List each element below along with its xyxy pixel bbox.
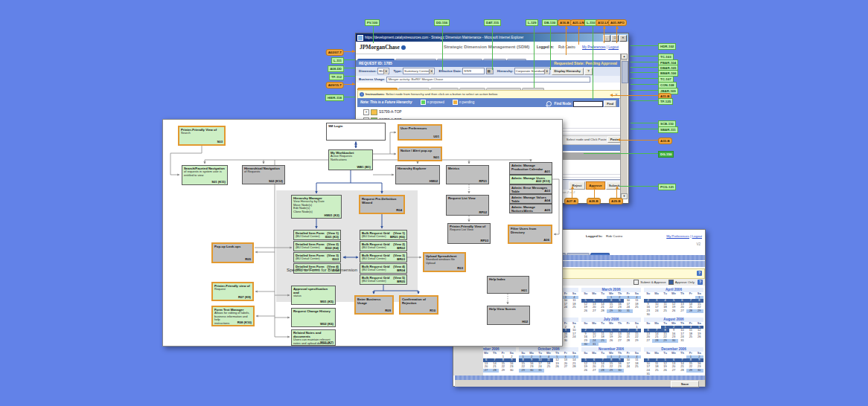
day-cell[interactable]: 29	[633, 339, 641, 343]
day-cell[interactable]: 25	[633, 306, 641, 309]
day-cell[interactable]: 30	[644, 313, 652, 316]
flow-box-login[interactable]: SM Login	[326, 123, 386, 141]
flow-box-a06[interactable]: Filter Users from DirectoryA06	[508, 225, 552, 244]
maximize-button[interactable]: □	[611, 35, 619, 42]
flow-box-h01[interactable]: Help IndexH01	[487, 276, 529, 294]
flow-box-br04[interactable]: Bulk Request Grid(View 4)(BU Detail Cent…	[360, 263, 407, 274]
day-cell[interactable]: 26	[661, 369, 669, 373]
help-button[interactable]: ?	[584, 68, 593, 75]
day-cell[interactable]: 28	[624, 339, 632, 343]
day-cell[interactable]: 25	[599, 339, 607, 343]
day-cell[interactable]: 31	[536, 369, 544, 373]
flow-box-w02[interactable]: Request Change HistoryW02 (K6)	[291, 308, 336, 327]
approve-button[interactable]: Approve	[586, 181, 605, 190]
flow-box-r09[interactable]: Enter Business UsageR09	[354, 295, 394, 315]
day-cell[interactable]: 24	[652, 309, 660, 313]
day-cell[interactable]: 29	[607, 369, 615, 373]
dimension-select[interactable]: BU▼	[377, 68, 389, 74]
type-select[interactable]: Summary Center▼	[403, 68, 435, 74]
day-cell[interactable]: 30	[616, 369, 624, 373]
day-cell[interactable]: 27	[669, 369, 677, 373]
scroll-down-icon[interactable]: ▼	[621, 193, 628, 199]
flow-box-wb1[interactable]: My WorkbasketActive RequestsNotification…	[328, 149, 373, 170]
flow-box-rp03[interactable]: Printer-Friendly View ofRequest List Vie…	[447, 223, 491, 244]
my-preferences-link[interactable]: My Preferences	[666, 234, 689, 238]
day-cell[interactable]: 29	[607, 309, 615, 313]
flow-box-br05[interactable]: Bulk Request Grid(View 5)(BU Detail Cent…	[360, 274, 407, 285]
flow-box-id02[interactable]: Detailed Item Form(View 2)(BU Detail Cen…	[293, 241, 341, 251]
day-cell[interactable]: 30	[616, 309, 624, 313]
day-cell[interactable]: 27	[590, 309, 598, 313]
day-cell[interactable]: 27	[644, 339, 652, 343]
day-cell[interactable]: 31	[678, 339, 686, 343]
day-cell[interactable]: 27	[590, 369, 598, 373]
flow-box-r08[interactable]: Form Text ManagerAllows for editing of l…	[211, 306, 255, 326]
day-cell[interactable]: 27	[616, 339, 624, 343]
day-cell[interactable]: 26	[695, 335, 703, 339]
browser-titlebar[interactable]: https://development.catalystresources.co…	[356, 33, 628, 42]
day-cell[interactable]: 26	[607, 339, 615, 343]
day-cell[interactable]: 24	[624, 365, 632, 369]
day-cell[interactable]: 25	[633, 365, 641, 369]
day-cell[interactable]: 26	[669, 309, 677, 313]
flow-box-br02[interactable]: Bulk Request Grid(View 2)(BU Detail Cent…	[360, 241, 407, 251]
flow-box-id03[interactable]: Detailed Item Form(View 3)(BU Detail Cen…	[293, 252, 341, 262]
day-cell[interactable]: 30	[669, 339, 677, 343]
flow-box-w03[interactable]: Related Notes and documentsUsers can mai…	[291, 329, 336, 346]
day-cell[interactable]: 28	[599, 369, 607, 373]
day-cell[interactable]: 30	[508, 369, 516, 373]
day-cell[interactable]: 25	[570, 306, 578, 309]
flow-box-rp01[interactable]: MetricsRP01	[446, 165, 489, 184]
flow-box-a03[interactable]: Admin: Error Messages TableA03	[509, 184, 552, 194]
day-cell[interactable]: 28	[652, 339, 660, 343]
display-hierarchy-button[interactable]: Display Hierarchy	[552, 68, 584, 75]
scrollbar[interactable]: ▲ ▼	[620, 54, 628, 199]
flow-box-r03[interactable]: Upload SpreadsheetStandard windows file …	[423, 252, 466, 272]
day-cell[interactable]: 26	[581, 309, 590, 313]
flow-box-r07[interactable]: Printer-Friendly view ofRequestR07 (K9)	[211, 282, 254, 301]
logout-link[interactable]: Logout	[608, 45, 619, 49]
flow-box-hm01[interactable]: Hierarchy ManagerView Hierarchy by DateM…	[291, 195, 342, 219]
day-cell[interactable]: 29	[661, 339, 669, 343]
day-cell[interactable]: 28	[491, 369, 499, 373]
expand-icon[interactable]: +	[363, 109, 369, 115]
calendar-icon[interactable]: ▦	[486, 68, 494, 74]
find-node-input[interactable]	[573, 101, 603, 107]
flow-box-h02[interactable]: Help View ScreenH02	[487, 306, 530, 325]
day-cell[interactable]: 26	[553, 365, 561, 369]
scroll-up-icon[interactable]: ▲	[621, 54, 628, 59]
flow-box-hm02[interactable]: Hierarchy ExplorerHM02	[395, 165, 440, 184]
save-button[interactable]: Save	[671, 381, 699, 387]
flow-box-br03[interactable]: Bulk Request Grid(View 3)(BU Detail Cent…	[360, 252, 407, 262]
day-cell[interactable]: 25	[544, 365, 552, 369]
day-cell[interactable]: 30	[695, 369, 703, 373]
effective-date-input[interactable]: 9/9/9	[462, 68, 485, 74]
day-cell[interactable]: 29	[499, 369, 507, 373]
flow-box-a02[interactable]: Admin: Manage UsersA02 (K13)	[509, 175, 552, 184]
day-cell[interactable]: 30	[527, 369, 535, 373]
reject-button[interactable]: Reject	[569, 181, 585, 190]
flow-box-a01[interactable]: Admin: Manage Production CalendarA01	[509, 162, 552, 175]
flow-box-s01[interactable]: Search/Faceted Navigationof requests in …	[182, 165, 228, 185]
business-usage-input[interactable]: Merger activity: BofNY Morgan Chase	[386, 77, 590, 83]
flow-box-rp02[interactable]: Request List ViewRP02	[446, 195, 489, 216]
hierarchy-select[interactable]: Corporate Standard▼	[514, 68, 551, 74]
my-preferences-link[interactable]: My Preferences	[582, 45, 606, 49]
flow-box-w01[interactable]: Approval specification andstatusW01 (K5)	[291, 286, 336, 305]
day-cell[interactable]: 28	[570, 365, 578, 369]
scrollbar-thumb[interactable]	[622, 61, 628, 83]
day-cell[interactable]: 30	[581, 343, 590, 346]
flow-box-u01[interactable]: User PreferencesU01	[398, 124, 442, 141]
submit-approve-checkbox[interactable]	[634, 280, 639, 285]
tree-node[interactable]: +SS799-A-TOP	[363, 109, 402, 115]
flow-box-r05[interactable]: Pop-up Look-upsR05	[211, 242, 254, 263]
flow-box-a05[interactable]: Admin: Manage Notices/AlertsA05	[509, 204, 552, 213]
flow-box-r10[interactable]: Confirmation of RejectionR10	[399, 295, 438, 315]
flow-box-br01[interactable]: Bulk Request Grid(View 1)(BU Detail Cent…	[360, 230, 407, 240]
day-cell[interactable]: 29	[519, 369, 527, 373]
flow-box-s03[interactable]: Printer-Friendly View ofSearchS03	[178, 126, 226, 146]
day-cell[interactable]: 27	[678, 309, 686, 313]
flow-box-a04[interactable]: Admin: Manage Values TableA04	[509, 194, 552, 204]
day-cell[interactable]: 25	[661, 309, 669, 313]
day-cell[interactable]: 28	[686, 309, 695, 313]
